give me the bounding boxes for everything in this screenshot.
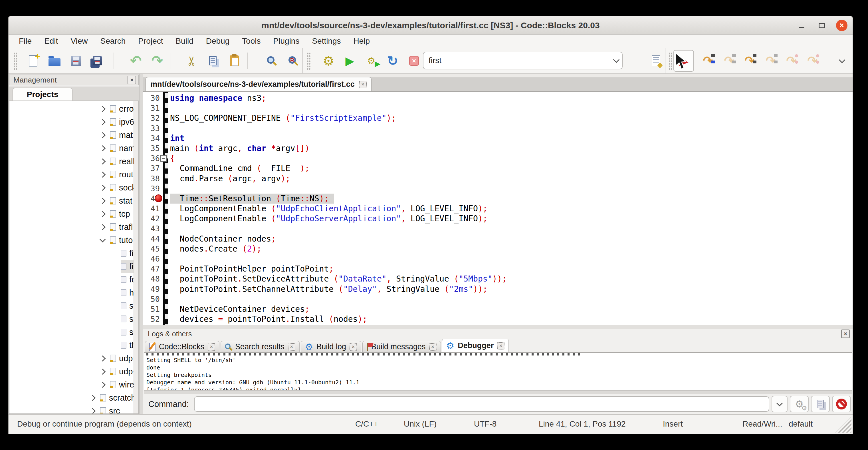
run-to-cursor-button[interactable]: ↷ <box>699 52 717 70</box>
menu-item-help[interactable]: Help <box>347 34 376 48</box>
log-tab-search-results[interactable]: Search results× <box>221 341 300 352</box>
various-info-button[interactable] <box>811 396 830 412</box>
redo-button[interactable]: ↷ <box>148 52 166 70</box>
chevron-right-icon[interactable] <box>100 355 105 361</box>
search-input[interactable] <box>424 56 611 65</box>
title-bar[interactable]: mnt/dev/tools/source/ns-3-dev/examples/t… <box>8 16 852 34</box>
chevron-right-icon[interactable] <box>100 145 105 151</box>
panel-splitter[interactable] <box>139 74 143 414</box>
tree-item-th-18[interactable]: th <box>9 339 133 352</box>
open-file-button[interactable] <box>45 52 63 70</box>
new-file-button[interactable] <box>24 52 42 70</box>
menu-item-settings[interactable]: Settings <box>306 34 347 48</box>
management-close-icon[interactable]: × <box>128 76 136 84</box>
next-instruction-button[interactable]: ↷ <box>782 52 800 70</box>
copy-button[interactable] <box>204 52 222 70</box>
menu-item-view[interactable]: View <box>64 34 94 48</box>
chevron-right-icon[interactable] <box>90 408 96 414</box>
breakpoint-marker[interactable] <box>155 194 162 202</box>
minimize-button[interactable] <box>796 20 807 31</box>
editor-tab-close-icon[interactable]: × <box>359 81 367 88</box>
command-history-dropdown[interactable] <box>772 396 787 412</box>
tree-item-trafl-9[interactable]: trafl <box>9 220 133 234</box>
tree-item-he-14[interactable]: he <box>9 286 133 299</box>
maximize-button[interactable] <box>816 20 828 31</box>
tree-vertical-scrollbar[interactable] <box>133 101 138 414</box>
tree-item-nam-3[interactable]: nam <box>9 142 133 155</box>
chevron-right-icon[interactable] <box>100 106 105 112</box>
chevron-right-icon[interactable] <box>90 395 96 400</box>
log-tab-close-icon[interactable]: × <box>497 342 504 350</box>
find-button[interactable] <box>261 52 279 70</box>
rebuild-button[interactable]: ↻ <box>384 52 401 70</box>
fold-collapse-icon[interactable]: − <box>160 155 167 161</box>
chevron-down-icon[interactable] <box>100 236 105 242</box>
tree-item-fir-12[interactable]: fir <box>9 260 133 273</box>
tree-item-six-17[interactable]: six <box>9 326 133 339</box>
menu-item-search[interactable]: Search <box>94 34 132 48</box>
log-tab-debugger[interactable]: ⚙Debugger× <box>442 339 509 352</box>
search-combo[interactable] <box>423 52 623 69</box>
chevron-right-icon[interactable] <box>100 184 105 190</box>
editor-tab-first-cc[interactable]: mnt/dev/tools/source/ns-3-dev/examples/t… <box>146 77 372 91</box>
menu-item-file[interactable]: File <box>12 34 38 48</box>
build-and-run-button[interactable]: ⚙ <box>362 52 380 70</box>
tree-item-ipv6-1[interactable]: ipv6 <box>9 115 133 128</box>
tree-item-tcp-8[interactable]: tcp <box>9 207 133 220</box>
log-tab-build-messages[interactable]: Build messages× <box>362 341 441 352</box>
command-input[interactable] <box>194 396 769 412</box>
tree-item-fo-13[interactable]: fo <box>9 273 133 286</box>
tree-item-sock-6[interactable]: sock <box>9 181 133 194</box>
tree-item-erro-0[interactable]: erro <box>9 102 133 115</box>
code-area[interactable]: using namespace ns3;NS_LOG_COMPONENT_DEF… <box>168 92 852 325</box>
chevron-right-icon[interactable] <box>100 132 105 138</box>
menu-item-edit[interactable]: Edit <box>38 34 64 48</box>
tree-item-wire-21[interactable]: wire <box>9 378 133 391</box>
cut-button[interactable]: ✂ <box>183 52 200 70</box>
tree-item-udp--20[interactable]: udp- <box>9 365 133 378</box>
project-tree[interactable]: erroipv6matnamreallroutsockstattcptraflt… <box>9 102 133 414</box>
chevron-right-icon[interactable] <box>100 368 105 374</box>
save-all-button[interactable] <box>89 52 106 70</box>
line-number-gutter[interactable]: 3031323334353637383940414243444546474849… <box>143 92 163 325</box>
log-tab-close-icon[interactable]: × <box>349 343 357 351</box>
tree-item-src-23[interactable]: src <box>9 404 133 414</box>
menu-item-tools[interactable]: Tools <box>236 34 267 48</box>
breakpoint-margin[interactable] <box>163 92 168 325</box>
log-horizontal-scrollbar[interactable] <box>144 390 852 394</box>
chevron-down-icon[interactable] <box>611 59 622 62</box>
tree-item-udp-19[interactable]: udp <box>9 352 133 365</box>
chevron-right-icon[interactable] <box>100 198 105 204</box>
menu-item-debug[interactable]: Debug <box>200 34 236 48</box>
log-tab-build-log[interactable]: ⚙Build log× <box>301 341 361 352</box>
replace-button[interactable] <box>282 52 300 70</box>
tree-item-se-16[interactable]: se <box>9 312 133 326</box>
toolbar-gripper[interactable] <box>306 52 310 70</box>
resize-grip[interactable] <box>835 417 851 432</box>
chevron-right-icon[interactable] <box>100 382 105 387</box>
chevron-right-icon[interactable] <box>100 119 105 125</box>
step-into-instruction-button[interactable]: ↷ <box>804 52 821 70</box>
menu-item-plugins[interactable]: Plugins <box>267 34 306 48</box>
log-tab-code-blocks[interactable]: Code::Blocks× <box>145 341 219 352</box>
log-tab-close-icon[interactable]: × <box>429 343 437 351</box>
step-into-button[interactable]: ↷ <box>741 52 758 70</box>
next-line-button[interactable]: ↷ <box>720 52 738 70</box>
toolbar-overflow-button[interactable] <box>833 52 851 70</box>
tree-item-tuto-10[interactable]: tuto <box>9 234 133 247</box>
incremental-search-options-button[interactable] <box>647 52 665 70</box>
editor-horizontal-scrollbar[interactable] <box>143 325 852 329</box>
debugging-windows-button[interactable]: ⚙ <box>790 396 809 412</box>
chevron-right-icon[interactable] <box>100 224 105 230</box>
run-button[interactable]: ▶ <box>341 52 359 70</box>
log-tab-close-icon[interactable]: × <box>208 343 215 351</box>
tree-item-stat-7[interactable]: stat <box>9 194 133 207</box>
tab-projects[interactable]: Projects <box>12 88 72 100</box>
save-file-button[interactable] <box>67 52 85 70</box>
tree-item-fif-11[interactable]: fif <box>9 247 133 260</box>
tree-item-scratch-22[interactable]: scratch <box>9 391 133 404</box>
build-button[interactable]: ⚙ <box>319 52 337 70</box>
tree-item-se-15[interactable]: se <box>9 299 133 312</box>
log-tab-close-icon[interactable]: × <box>288 343 295 351</box>
toolbar-gripper[interactable] <box>668 52 672 70</box>
